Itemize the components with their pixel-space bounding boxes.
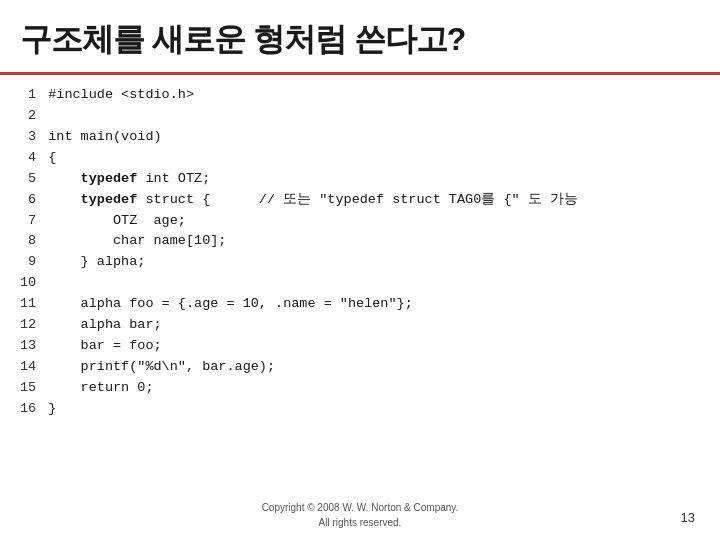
- code-line-13: bar = foo;: [48, 336, 700, 357]
- line-num-12: 12: [20, 315, 36, 336]
- line-num-4: 4: [20, 148, 36, 169]
- code-line-9: } alpha;: [48, 252, 700, 273]
- slide-number: 13: [681, 510, 695, 525]
- code-line-8: char name[10];: [48, 231, 700, 252]
- code-line-3: int main(void): [48, 127, 700, 148]
- code-line-5: typedef int OTZ;: [48, 169, 700, 190]
- line-num-10: 10: [20, 273, 36, 294]
- code-line-15: return 0;: [48, 378, 700, 399]
- code-line-4: {: [48, 148, 700, 169]
- line-num-7: 7: [20, 211, 36, 232]
- line-num-16: 16: [20, 399, 36, 420]
- code-line-16: }: [48, 399, 700, 420]
- line-num-3: 3: [20, 127, 36, 148]
- code-line-2: [48, 106, 700, 127]
- line-num-8: 8: [20, 231, 36, 252]
- code-line-1: #include <stdio.h>: [48, 85, 700, 106]
- code-line-12: alpha bar;: [48, 315, 700, 336]
- code-line-6: typedef struct { // 또는 "typedef struct T…: [48, 190, 700, 211]
- line-num-1: 1: [20, 85, 36, 106]
- line-num-9: 9: [20, 252, 36, 273]
- footer-copyright: Copyright © 2008 W. W. Norton & Company.: [0, 500, 720, 515]
- slide-title: 구조체를 새로운 형처럼 쓴다고?: [20, 21, 465, 57]
- code-block: 1 2 3 4 5 6 7 8 9 10 11 12 13 14 15 16 #…: [20, 85, 700, 420]
- code-line-10: [48, 273, 700, 294]
- line-numbers: 1 2 3 4 5 6 7 8 9 10 11 12 13 14 15 16: [20, 85, 48, 420]
- line-num-11: 11: [20, 294, 36, 315]
- footer: Copyright © 2008 W. W. Norton & Company.…: [0, 500, 720, 530]
- footer-rights: All rights reserved.: [0, 515, 720, 530]
- content-area: 1 2 3 4 5 6 7 8 9 10 11 12 13 14 15 16 #…: [0, 75, 720, 540]
- line-num-6: 6: [20, 190, 36, 211]
- line-num-5: 5: [20, 169, 36, 190]
- line-num-2: 2: [20, 106, 36, 127]
- slide-container: 구조체를 새로운 형처럼 쓴다고? 1 2 3 4 5 6 7 8 9 10 1…: [0, 0, 720, 540]
- line-num-14: 14: [20, 357, 36, 378]
- code-line-14: printf("%d\n", bar.age);: [48, 357, 700, 378]
- line-num-13: 13: [20, 336, 36, 357]
- code-lines: #include <stdio.h> int main(void) { type…: [48, 85, 700, 420]
- line-num-15: 15: [20, 378, 36, 399]
- code-line-11: alpha foo = {.age = 10, .name = "helen"}…: [48, 294, 700, 315]
- title-bar: 구조체를 새로운 형처럼 쓴다고?: [0, 0, 720, 75]
- code-line-7: OTZ age;: [48, 211, 700, 232]
